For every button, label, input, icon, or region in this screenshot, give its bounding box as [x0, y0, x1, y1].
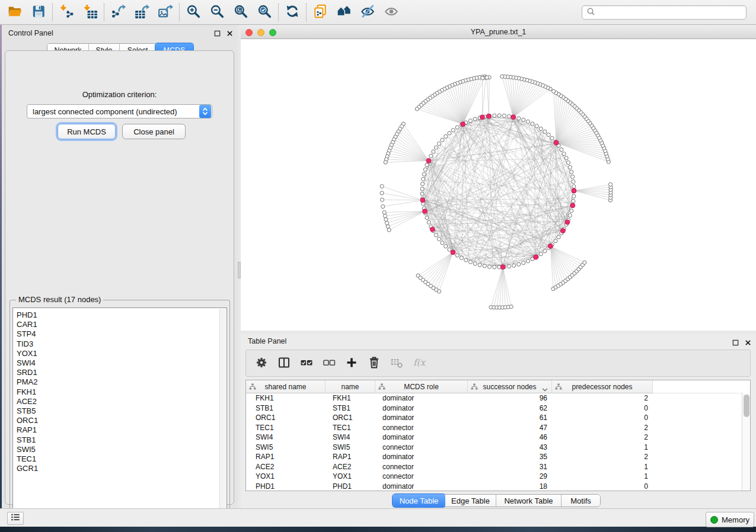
duplicate-network-button[interactable] [308, 2, 332, 23]
mcds-result-node[interactable]: SWI5 [17, 445, 227, 454]
search-field[interactable] [582, 5, 747, 20]
export-image-button[interactable] [154, 2, 177, 23]
cell-successor-nodes[interactable]: 18 [468, 482, 552, 491]
cell-shared-name[interactable]: TEC1 [246, 423, 326, 433]
cell-successor-nodes[interactable]: 31 [468, 462, 552, 472]
close-panel-icon[interactable] [226, 30, 233, 37]
dominator-node[interactable] [487, 114, 492, 118]
column-header-successor-nodes[interactable]: successor nodes [468, 380, 552, 393]
dominator-node[interactable] [451, 250, 455, 255]
cell-shared-name[interactable]: STB1 [246, 403, 326, 414]
optimization-criterion-select[interactable]: largest connected component (undirected) [27, 104, 212, 118]
mcds-result-node[interactable]: FKH1 [17, 387, 227, 397]
column-header-predecessor-nodes[interactable]: predecessor nodes [552, 380, 653, 393]
cell-name[interactable]: PHD1 [326, 482, 375, 491]
cell-successor-nodes[interactable]: 35 [468, 452, 552, 462]
mcds-result-node[interactable]: PHD1 [17, 310, 227, 320]
table-settings-button[interactable] [252, 354, 270, 373]
table-row[interactable]: ORC1ORC1dominator610 [246, 413, 742, 423]
cell-predecessor-nodes[interactable]: 2 [552, 432, 653, 443]
dominator-node[interactable] [554, 140, 559, 145]
cell-name[interactable]: FKH1 [326, 393, 375, 403]
cell-successor-nodes[interactable]: 61 [468, 413, 552, 423]
toggle-columns-button[interactable] [275, 354, 293, 373]
cell-name[interactable]: TEC1 [326, 423, 375, 433]
dominator-node[interactable] [561, 229, 566, 233]
cell-MCDS-role[interactable]: dominator [375, 413, 468, 423]
cell-predecessor-nodes[interactable]: 2 [552, 452, 653, 462]
dominator-node[interactable] [480, 115, 485, 120]
dominator-node[interactable] [570, 203, 575, 208]
mcds-result-node[interactable]: STP4 [17, 329, 227, 339]
mcds-result-node[interactable]: STB1 [17, 435, 227, 445]
dominator-node[interactable] [420, 198, 425, 203]
column-header-MCDS-role[interactable]: MCDS role [375, 380, 468, 393]
cell-name[interactable]: ORC1 [326, 413, 375, 423]
fan-nodes-layer[interactable] [380, 75, 613, 309]
show-all-button[interactable] [379, 2, 403, 23]
dominator-node[interactable] [500, 265, 505, 270]
zoom-fit-button[interactable] [229, 2, 253, 23]
mcds-result-node[interactable]: SRD1 [17, 368, 227, 377]
tab-motifs[interactable]: Motifs [562, 495, 600, 507]
memory-button[interactable]: Memory [706, 512, 754, 527]
cell-MCDS-role[interactable]: dominator [375, 482, 468, 491]
cell-shared-name[interactable]: PHD1 [246, 482, 326, 491]
table-row[interactable]: SWI5SWI5connector431 [246, 443, 742, 453]
chevron-down-icon[interactable] [542, 385, 548, 389]
delete-row-button[interactable] [365, 354, 383, 373]
result-list-scrollbar[interactable] [219, 309, 226, 517]
cell-name[interactable]: RAP1 [326, 452, 375, 462]
cell-MCDS-role[interactable]: dominator [375, 432, 468, 443]
cell-MCDS-role[interactable]: dominator [375, 393, 468, 403]
import-table-button[interactable] [78, 2, 102, 23]
search-input[interactable] [598, 7, 742, 18]
network-graph[interactable] [241, 39, 756, 331]
cell-predecessor-nodes[interactable]: 2 [552, 393, 653, 403]
mcds-result-node[interactable]: STB5 [17, 406, 227, 416]
cell-name[interactable]: ACE2 [326, 462, 375, 472]
cell-predecessor-nodes[interactable]: 1 [552, 472, 653, 482]
mcds-result-node[interactable]: TID3 [17, 339, 227, 349]
cell-shared-name[interactable]: SWI4 [246, 432, 326, 443]
cell-name[interactable]: YOX1 [326, 472, 375, 482]
zoom-selected-button[interactable] [253, 2, 276, 23]
network-canvas[interactable] [241, 39, 756, 331]
export-network-button[interactable] [106, 2, 130, 23]
hide-selected-button[interactable] [356, 2, 379, 23]
add-row-button[interactable] [342, 354, 361, 373]
deselect-all-rows-button[interactable] [320, 354, 338, 373]
cell-predecessor-nodes[interactable]: 2 [552, 423, 653, 433]
tab-edge-table[interactable]: Edge Table [445, 495, 496, 507]
cell-shared-name[interactable]: YOX1 [246, 472, 326, 482]
cell-MCDS-role[interactable]: connector [375, 472, 468, 482]
open-file-button[interactable] [3, 2, 27, 23]
cell-MCDS-role[interactable]: dominator [375, 403, 468, 414]
cell-predecessor-nodes[interactable]: 0 [552, 482, 653, 491]
cell-successor-nodes[interactable]: 47 [468, 423, 552, 433]
mcds-result-node[interactable]: GCR1 [17, 464, 227, 473]
task-history-button[interactable] [7, 512, 24, 525]
cell-predecessor-nodes[interactable]: 1 [552, 462, 653, 472]
cell-predecessor-nodes[interactable]: 0 [552, 413, 653, 423]
table-row[interactable]: RAP1RAP1dominator352 [246, 452, 742, 462]
cell-shared-name[interactable]: RAP1 [246, 452, 326, 462]
cell-name[interactable]: STB1 [326, 403, 375, 414]
close-panel-icon[interactable] [744, 339, 751, 346]
table-row[interactable]: TEC1TEC1connector472 [246, 423, 742, 433]
cell-MCDS-role[interactable]: connector [375, 462, 468, 472]
zoom-in-button[interactable] [181, 2, 205, 23]
cell-predecessor-nodes[interactable]: 0 [552, 403, 653, 414]
cell-predecessor-nodes[interactable]: 1 [552, 443, 653, 453]
close-panel-button[interactable]: Close panel [122, 124, 186, 139]
mcds-result-node[interactable]: CAR1 [17, 320, 227, 329]
dominator-node[interactable] [572, 188, 576, 193]
mcds-result-node[interactable]: RAP1 [17, 425, 227, 435]
cell-successor-nodes[interactable]: 46 [468, 432, 552, 443]
table-row[interactable]: YOX1YOX1connector291 [246, 472, 742, 482]
tab-node-table[interactable]: Node Table [393, 494, 446, 507]
table-row[interactable]: SWI4SWI4dominator462 [246, 432, 742, 443]
mcds-result-node[interactable]: YOX1 [17, 349, 227, 358]
run-mcds-button[interactable]: Run MCDS [58, 124, 116, 139]
refresh-view-button[interactable] [280, 2, 304, 23]
